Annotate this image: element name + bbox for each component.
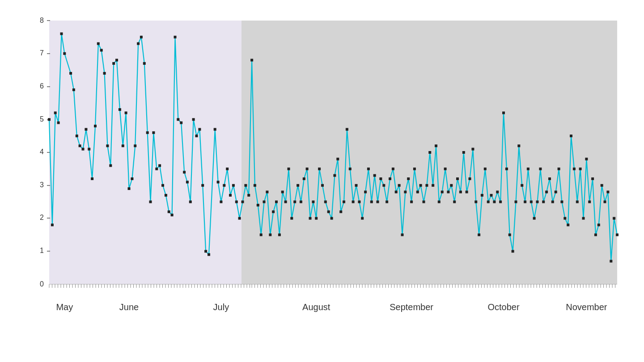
svg-rect-20 [82, 148, 85, 151]
svg-rect-46 [161, 184, 164, 187]
svg-rect-59 [201, 184, 204, 187]
svg-rect-99 [327, 210, 330, 213]
svg-rect-150 [484, 168, 487, 170]
pre-region [49, 21, 242, 284]
svg-rect-188 [601, 184, 603, 187]
svg-rect-72 [244, 184, 247, 187]
svg-rect-80 [269, 233, 271, 236]
svg-rect-169 [542, 201, 545, 203]
svg-rect-95 [315, 217, 318, 220]
svg-rect-166 [533, 217, 536, 220]
svg-rect-34 [125, 112, 127, 114]
svg-rect-76 [257, 204, 259, 206]
month-may: May [56, 302, 73, 312]
svg-rect-70 [238, 217, 241, 220]
svg-rect-185 [591, 177, 594, 180]
svg-rect-142 [459, 191, 462, 194]
svg-rect-40 [143, 62, 146, 65]
svg-rect-61 [208, 253, 210, 256]
svg-rect-139 [450, 184, 453, 187]
svg-rect-31 [115, 59, 118, 62]
y-label-7: 7 [40, 49, 44, 57]
y-label-5: 5 [40, 115, 44, 123]
svg-rect-136 [441, 191, 444, 194]
svg-rect-146 [471, 148, 474, 151]
svg-rect-17 [72, 88, 75, 91]
svg-rect-114 [373, 174, 376, 177]
svg-rect-83 [278, 233, 281, 236]
svg-rect-124 [404, 191, 407, 194]
svg-rect-134 [435, 144, 437, 147]
svg-rect-88 [293, 201, 296, 203]
svg-rect-74 [250, 59, 253, 62]
svg-rect-184 [588, 201, 591, 203]
svg-rect-143 [462, 151, 465, 154]
svg-rect-77 [260, 233, 263, 236]
svg-rect-36 [131, 177, 133, 180]
svg-rect-103 [339, 210, 342, 213]
month-september: September [390, 302, 433, 312]
svg-rect-129 [419, 184, 422, 187]
svg-rect-102 [336, 158, 339, 160]
svg-rect-26 [100, 49, 103, 51]
svg-rect-180 [576, 201, 579, 203]
svg-rect-28 [106, 144, 109, 147]
svg-rect-82 [275, 201, 278, 203]
svg-rect-37 [134, 144, 136, 147]
y-label-0: 0 [40, 280, 44, 288]
svg-rect-155 [499, 201, 502, 203]
svg-rect-13 [57, 122, 60, 124]
svg-rect-148 [478, 233, 480, 236]
svg-rect-75 [254, 184, 256, 187]
y-label-4: 4 [40, 148, 44, 156]
svg-rect-54 [186, 181, 189, 183]
svg-rect-122 [398, 184, 401, 187]
y-label-8: 8 [40, 17, 44, 24]
svg-rect-117 [382, 184, 385, 187]
svg-rect-109 [358, 201, 360, 203]
svg-rect-85 [284, 201, 287, 203]
svg-rect-97 [321, 184, 324, 187]
svg-rect-71 [242, 201, 244, 203]
svg-rect-123 [401, 233, 404, 236]
svg-rect-187 [597, 223, 600, 226]
svg-rect-48 [168, 210, 170, 213]
svg-rect-98 [324, 201, 327, 203]
svg-rect-50 [174, 36, 177, 38]
svg-rect-100 [330, 217, 333, 220]
svg-rect-93 [309, 217, 312, 220]
svg-rect-118 [386, 201, 388, 203]
svg-rect-57 [195, 135, 198, 137]
svg-rect-159 [512, 250, 514, 253]
svg-rect-177 [567, 223, 569, 226]
y-label-1: 1 [40, 247, 44, 254]
svg-rect-73 [247, 194, 250, 197]
svg-rect-163 [524, 201, 526, 203]
svg-rect-81 [272, 210, 275, 213]
svg-rect-78 [263, 201, 266, 203]
y-label-6: 6 [40, 82, 44, 90]
svg-rect-147 [475, 201, 477, 203]
svg-rect-79 [266, 191, 268, 194]
svg-rect-38 [137, 42, 140, 45]
svg-rect-41 [146, 131, 149, 134]
svg-rect-58 [198, 128, 201, 130]
svg-rect-128 [416, 191, 419, 194]
svg-rect-44 [155, 168, 158, 170]
svg-rect-138 [447, 191, 449, 194]
svg-rect-176 [564, 217, 566, 220]
svg-rect-107 [352, 201, 355, 203]
svg-rect-171 [548, 177, 551, 180]
y-label-2: 2 [40, 214, 44, 221]
svg-rect-183 [585, 158, 588, 160]
month-july: July [213, 302, 229, 312]
svg-rect-135 [438, 201, 441, 203]
svg-rect-35 [128, 187, 131, 190]
svg-rect-60 [204, 250, 207, 253]
svg-rect-27 [103, 72, 106, 75]
svg-rect-162 [521, 184, 523, 187]
svg-rect-158 [508, 233, 511, 236]
svg-rect-140 [453, 201, 456, 203]
svg-rect-186 [594, 233, 597, 236]
svg-rect-64 [220, 201, 222, 203]
